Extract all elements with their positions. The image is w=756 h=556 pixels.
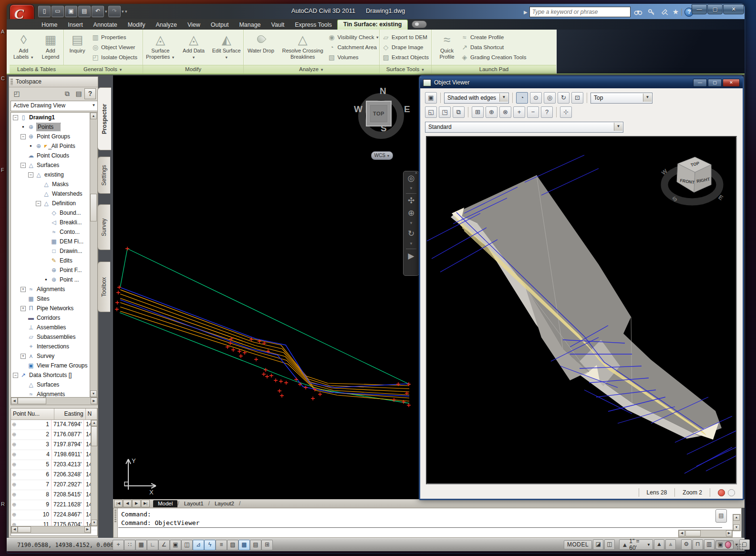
qat-undo-menu-icon[interactable]: ▾ bbox=[105, 6, 107, 17]
tree-item-edits[interactable]: ✎Edits bbox=[11, 256, 90, 265]
tree-item-masks[interactable]: △Masks bbox=[11, 179, 90, 189]
ov-close-button[interactable]: ✕ bbox=[723, 79, 740, 87]
viewcube-top-face[interactable]: TOP bbox=[366, 101, 392, 126]
tree-item-points[interactable]: ●⊕Points bbox=[11, 122, 90, 132]
navbar-menu-arrow-icon[interactable]: ▼ bbox=[409, 187, 413, 190]
qat-redo-menu-icon[interactable]: ▾ bbox=[122, 6, 124, 17]
col-point-number[interactable]: Point Nu... bbox=[11, 409, 54, 420]
tab-settings[interactable]: Settings bbox=[97, 157, 110, 194]
tree-item-survey[interactable]: +⋏Survey bbox=[11, 351, 90, 361]
tab-prospector[interactable]: Prospector bbox=[97, 87, 111, 150]
adjust-distance-icon[interactable]: ⊡ bbox=[571, 92, 583, 104]
qat-open-icon[interactable]: ▭ bbox=[52, 6, 64, 17]
orbit-icon[interactable]: ↻ bbox=[408, 230, 414, 238]
tree-item-alignments[interactable]: ≈Alignments bbox=[11, 389, 90, 398]
ribbon-tab-home[interactable]: Home bbox=[36, 20, 62, 30]
zoom-in-icon[interactable]: + bbox=[513, 106, 525, 118]
surface-properties-button[interactable]: ◬ Surface Properties ▼ bbox=[145, 31, 176, 61]
tree-item-point-groups[interactable]: −⊕Point Groups bbox=[11, 132, 90, 141]
ribbon-tab-output[interactable]: Output bbox=[206, 20, 234, 30]
qat-plot-icon[interactable]: ▤ bbox=[78, 6, 91, 17]
next-layout-icon[interactable]: ▶ bbox=[132, 500, 141, 507]
snap-mode-icon[interactable]: + bbox=[113, 540, 124, 550]
constrained-orbit-icon[interactable]: ◔ bbox=[516, 92, 528, 104]
tray-balloon-icon[interactable] bbox=[725, 541, 731, 548]
command-horizontal-scrollbar[interactable]: ◀ ▶ bbox=[678, 530, 733, 537]
add-data-button[interactable]: ◬ Add Data▼ bbox=[179, 31, 208, 61]
point-row[interactable]: ⊕107224.8467'1492 bbox=[11, 510, 97, 520]
tree-vertical-scrollbar[interactable]: ▲ ▼ bbox=[90, 112, 98, 398]
quick-properties-icon[interactable]: ▩ bbox=[238, 540, 250, 550]
last-layout-icon[interactable]: ▶| bbox=[141, 500, 150, 507]
help-button[interactable]: ? bbox=[84, 88, 96, 99]
workspace-gear-icon[interactable]: ⚙ bbox=[681, 539, 692, 550]
point-row[interactable]: ⊕67206.3248'1492 bbox=[11, 470, 97, 480]
tree-item-corridors[interactable]: ▬Corridors bbox=[11, 313, 90, 323]
ribbon-tab-modify[interactable]: Modify bbox=[123, 20, 151, 30]
add-labels-button[interactable]: ◊ Add Labels ▼ bbox=[11, 31, 36, 61]
tree-expander-icon[interactable]: + bbox=[21, 354, 26, 359]
record-indicator-icon[interactable] bbox=[718, 489, 725, 496]
dynamic-input-icon[interactable]: ϟ bbox=[204, 540, 216, 550]
ribbon-tab-annotate[interactable]: Annotate bbox=[88, 20, 123, 30]
panel-title[interactable]: Labels & Tables bbox=[10, 65, 63, 73]
drawing-quickview-icon[interactable]: ◫ bbox=[604, 539, 615, 550]
isolate-objects-button[interactable]: ◰ Isolate Objects bbox=[91, 53, 137, 62]
ov-viewcube[interactable]: W S E TOP FRONT RIGHT bbox=[655, 150, 726, 208]
ribbon-tab-insert[interactable]: Insert bbox=[62, 20, 88, 30]
pan-icon[interactable]: ✣ bbox=[408, 197, 414, 205]
ribbon-tab-express-tools[interactable]: Express Tools bbox=[290, 20, 337, 30]
point-row[interactable]: ⊕27176.0877'1493 bbox=[11, 430, 97, 440]
grading-creation-tools-button[interactable]: ◈ Grading Creation Tools bbox=[460, 53, 526, 62]
tree-item-surfaces[interactable]: △Surfaces bbox=[11, 380, 90, 389]
tree-item--all-points[interactable]: ●⊕◤_All Points bbox=[11, 141, 90, 151]
qat-save-icon[interactable]: ▣ bbox=[65, 6, 77, 17]
selection-cycling-icon[interactable]: ⊞ bbox=[261, 540, 273, 550]
preset-views-icon[interactable]: ⧉ bbox=[453, 106, 465, 118]
command-window[interactable]: Command:Command: ObjectViewer ▤ ▲ ▼ ◀ ▶ bbox=[113, 508, 742, 538]
tree-item-drawin-[interactable]: □Drawin... bbox=[11, 246, 90, 256]
model-space-button[interactable]: MODEL bbox=[564, 540, 592, 549]
tree-item-subassemblies[interactable]: ▱Subassemblies bbox=[11, 332, 90, 342]
qat-new-icon[interactable]: ▯ bbox=[38, 6, 51, 17]
tree-item-surfaces[interactable]: −△Surfaces bbox=[11, 160, 90, 170]
isolate-tray-icon[interactable]: ▣ bbox=[718, 541, 723, 548]
resolve-crossing-breaklines-button[interactable]: △ Resolve Crossing Breaklines bbox=[280, 31, 326, 61]
tree-item-definition[interactable]: −△Definition bbox=[11, 199, 90, 208]
favorites-star-icon[interactable]: ★ bbox=[673, 8, 679, 16]
close-button[interactable]: ✕ bbox=[723, 4, 744, 14]
annotation-scale-widget[interactable]: ▲ 1" = 60' ▼ bbox=[619, 539, 653, 550]
tree-expander-icon[interactable]: − bbox=[13, 115, 18, 120]
tab-toolbox[interactable]: Toolbox bbox=[97, 262, 110, 312]
command-vertical-scrollbar[interactable]: ▲ ▼ bbox=[733, 514, 741, 531]
point-row[interactable]: ⊕77207.2927'1492 bbox=[11, 480, 97, 490]
table-horizontal-scrollbar[interactable]: ◀ ▶ bbox=[11, 526, 91, 534]
command-window-grip[interactable] bbox=[114, 508, 118, 537]
table-vertical-scrollbar[interactable]: ▲ ▼ bbox=[91, 420, 98, 526]
command-line-text[interactable]: Command: ObjectViewer bbox=[121, 519, 199, 526]
tree-expander-icon[interactable]: ● bbox=[43, 277, 49, 283]
inquiry-button[interactable]: ▤ Inquiry bbox=[65, 31, 90, 54]
steering-wheel-icon[interactable]: ◎ bbox=[408, 174, 415, 182]
zoom-out-icon[interactable]: − bbox=[527, 106, 539, 118]
ribbon-tab-vault[interactable]: Vault bbox=[266, 20, 290, 30]
grid-dots-icon[interactable]: ∷ bbox=[124, 540, 135, 550]
continuous-orbit-icon[interactable]: ↻ bbox=[558, 92, 570, 104]
panel-title[interactable]: Launch Pad bbox=[432, 65, 556, 73]
panel-title[interactable]: General Tools ▼ bbox=[63, 65, 143, 73]
object-viewer-titlebar[interactable]: Object Viewer — ▢ ✕ bbox=[420, 77, 743, 88]
tree-expander-icon[interactable]: + bbox=[21, 306, 26, 311]
coordinate-readout[interactable]: 7190.0588, 14938.4152, 0.0000 bbox=[17, 542, 117, 548]
tree-item-bound-[interactable]: ◇Bound... bbox=[11, 208, 90, 218]
add-legend-button[interactable]: ▦ Add Legend bbox=[39, 31, 62, 61]
grid-display-icon[interactable]: ▦ bbox=[135, 540, 147, 550]
ribbon-tab-tin-surface-existing[interactable]: Tin Surface: existing bbox=[337, 20, 408, 30]
visibility-check-button[interactable]: ◉ Visibility Check▼ bbox=[327, 33, 379, 42]
toolbar-lock-icon[interactable]: ⊓ bbox=[693, 539, 703, 550]
tree-item-point-clouds[interactable]: ☁Point Clouds bbox=[11, 151, 90, 160]
minimize-button[interactable]: — bbox=[692, 4, 707, 14]
first-layout-icon[interactable]: |◀ bbox=[114, 500, 123, 507]
search-binoculars-icon[interactable] bbox=[632, 7, 644, 17]
panel-title[interactable]: Analyze ▼ bbox=[244, 65, 379, 73]
polar-tracking-icon[interactable]: ∠ bbox=[158, 540, 170, 550]
